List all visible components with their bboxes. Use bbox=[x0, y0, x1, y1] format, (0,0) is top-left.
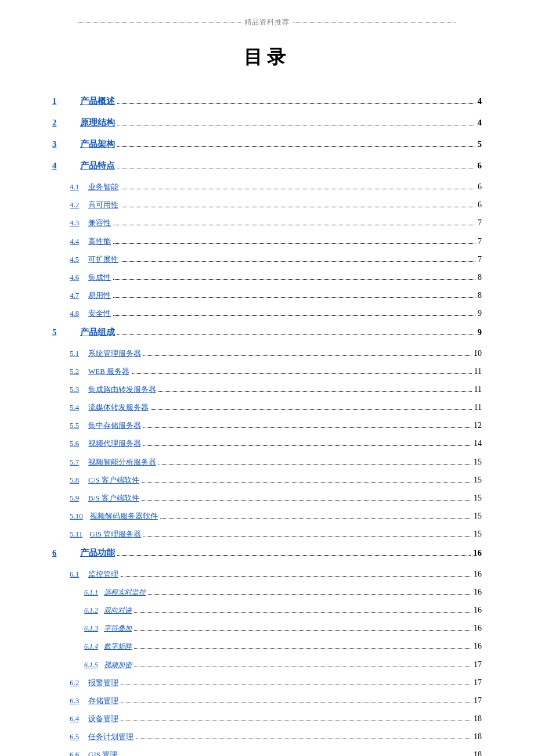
toc-item: 5.8C/S 客户端软件15 bbox=[52, 473, 482, 487]
toc-label[interactable]: 产品架构 bbox=[80, 136, 115, 152]
toc-number-sub[interactable]: 5.4 bbox=[52, 401, 81, 414]
toc-number-sub[interactable]: 4.8 bbox=[52, 307, 81, 320]
toc-item: 6.1.1远程实时监控16 bbox=[52, 585, 482, 599]
toc-number[interactable]: 2 bbox=[52, 115, 73, 131]
toc-number-subsub[interactable]: 6.1.1 bbox=[52, 586, 98, 599]
toc-label-sub[interactable]: 设备管理 bbox=[88, 712, 118, 725]
toc-label-subsub[interactable]: 数字矩阵 bbox=[104, 640, 132, 653]
toc-label[interactable]: 产品功能 bbox=[80, 545, 115, 561]
toc-number-sub[interactable]: 4.5 bbox=[52, 253, 81, 266]
toc-number-sub[interactable]: 6.5 bbox=[52, 730, 81, 743]
toc-label-sub[interactable]: 集成性 bbox=[88, 271, 111, 284]
toc-number-sub[interactable]: 5.5 bbox=[52, 419, 81, 432]
toc-number-sub[interactable]: 6.4 bbox=[52, 712, 81, 725]
toc-label-sub[interactable]: C/S 客户端软件 bbox=[88, 473, 139, 487]
toc-label-sub[interactable]: 报警管理 bbox=[88, 676, 118, 689]
toc-number-subsub[interactable]: 6.1.5 bbox=[52, 659, 98, 672]
toc-number-sub[interactable]: 4.7 bbox=[52, 289, 81, 302]
toc-item: 6.1.5视频加密17 bbox=[52, 657, 482, 672]
toc-label-sub[interactable]: 监控管理 bbox=[88, 567, 118, 581]
header-banner: 精品资料推荐 bbox=[46, 17, 488, 27]
toc-label-subsub[interactable]: 双向对讲 bbox=[104, 604, 132, 617]
toc-number-sub[interactable]: 5.9 bbox=[52, 491, 81, 505]
toc-label-sub[interactable]: 视频代理服务器 bbox=[88, 437, 141, 450]
toc-label-sub[interactable]: 视频智能分析服务器 bbox=[88, 455, 156, 469]
toc-number[interactable]: 4 bbox=[52, 158, 73, 174]
toc-label-sub[interactable]: 系统管理服务器 bbox=[88, 347, 141, 360]
toc-label-sub[interactable]: WEB 服务器 bbox=[88, 365, 129, 378]
toc-label[interactable]: 产品组成 bbox=[80, 325, 115, 340]
toc-label-subsub[interactable]: 视频加密 bbox=[104, 659, 132, 672]
toc-number-sub[interactable]: 4.1 bbox=[52, 180, 81, 193]
toc-number-sub[interactable]: 5.7 bbox=[52, 455, 81, 469]
toc-number-sub[interactable]: 5.2 bbox=[52, 365, 81, 378]
toc-label-sub[interactable]: 存储管理 bbox=[88, 694, 118, 707]
toc-page: 14 bbox=[474, 436, 482, 451]
toc-label-sub[interactable]: 高性能 bbox=[88, 235, 111, 248]
toc-dots bbox=[117, 555, 471, 556]
toc-label[interactable]: 原理结构 bbox=[80, 115, 115, 131]
toc-page: 5 bbox=[478, 136, 482, 152]
toc-number-sub[interactable]: 4.2 bbox=[52, 198, 81, 211]
toc-label-sub[interactable]: 集中存储服务器 bbox=[88, 419, 141, 432]
toc-number[interactable]: 3 bbox=[52, 136, 73, 152]
toc-number[interactable]: 5 bbox=[52, 325, 73, 340]
toc-label-subsub[interactable]: 字符叠加 bbox=[104, 622, 132, 635]
toc-number-sub[interactable]: 6.6 bbox=[52, 748, 81, 756]
toc-number-sub[interactable]: 4.6 bbox=[52, 271, 81, 284]
toc-label-sub[interactable]: 兼容性 bbox=[88, 216, 111, 229]
toc-label-sub[interactable]: B/S 客户端软件 bbox=[88, 491, 139, 505]
toc-number-subsub[interactable]: 6.1.2 bbox=[52, 604, 98, 617]
toc-label-subsub[interactable]: 远程实时监控 bbox=[104, 586, 146, 599]
toc-number-sub[interactable]: 5.3 bbox=[52, 383, 81, 396]
toc-item: 4.5可扩展性7 bbox=[52, 252, 482, 267]
toc-item: 5.3集成路由转发服务器11 bbox=[52, 382, 482, 397]
toc-number-sub[interactable]: 4.4 bbox=[52, 235, 81, 248]
toc-item: 6.1.4数字矩阵16 bbox=[52, 639, 482, 653]
toc-label-sub[interactable]: 任务计划管理 bbox=[88, 730, 134, 743]
toc-number[interactable]: 1 bbox=[52, 93, 73, 109]
toc-item: 5.7视频智能分析服务器15 bbox=[52, 455, 482, 469]
toc-page: 7 bbox=[478, 252, 482, 267]
toc-label-sub[interactable]: 视频解码服务器软件 bbox=[90, 509, 158, 523]
toc-number-sub[interactable]: 4.3 bbox=[52, 216, 81, 229]
toc-item: 6产品功能16 bbox=[52, 545, 482, 561]
toc-number-sub[interactable]: 6.2 bbox=[52, 676, 81, 689]
toc-dots bbox=[117, 146, 475, 147]
toc-label-sub[interactable]: 业务智能 bbox=[88, 180, 118, 193]
toc-item: 1产品概述4 bbox=[52, 93, 482, 109]
toc-number-sub[interactable]: 6.1 bbox=[52, 567, 81, 581]
toc-label-sub[interactable]: GIS 管理 bbox=[88, 748, 117, 756]
toc-label-sub[interactable]: 安全性 bbox=[88, 307, 111, 320]
toc-page: 17 bbox=[474, 693, 482, 708]
toc-label-sub[interactable]: 易用性 bbox=[88, 289, 111, 302]
toc-number[interactable]: 6 bbox=[52, 545, 73, 561]
toc-label[interactable]: 产品概述 bbox=[80, 93, 115, 109]
toc-number-sub[interactable]: 5.8 bbox=[52, 473, 81, 487]
toc-label-sub[interactable]: 可扩展性 bbox=[88, 253, 118, 266]
toc-number-sub[interactable]: 6.3 bbox=[52, 694, 81, 707]
toc-item: 4产品特点6 bbox=[52, 158, 482, 174]
toc-page: 16 bbox=[474, 621, 482, 635]
toc-number-sub[interactable]: 5.6 bbox=[52, 437, 81, 450]
toc-number-sub[interactable]: 5.1 bbox=[52, 347, 81, 360]
toc-label[interactable]: 产品特点 bbox=[80, 158, 115, 174]
toc-item: 5产品组成9 bbox=[52, 325, 482, 340]
toc-label-sub[interactable]: 流媒体转发服务器 bbox=[88, 401, 149, 414]
toc-dots bbox=[143, 445, 471, 446]
toc-dots bbox=[113, 297, 475, 298]
toc-dots bbox=[148, 594, 471, 595]
toc-dots bbox=[142, 500, 471, 501]
toc-label-sub[interactable]: 集成路由转发服务器 bbox=[88, 383, 156, 396]
toc-number-subsub[interactable]: 6.1.4 bbox=[52, 640, 98, 653]
toc-label-sub[interactable]: GIS 管理服务器 bbox=[89, 527, 141, 541]
toc-number-subsub[interactable]: 6.1.3 bbox=[52, 622, 98, 635]
toc-dots bbox=[136, 739, 471, 739]
toc-page: 11 bbox=[474, 400, 482, 415]
toc-dots bbox=[143, 355, 471, 356]
toc-number-sub[interactable]: 5.11 bbox=[52, 527, 82, 541]
toc-page: 8 bbox=[478, 288, 482, 303]
toc-label-sub[interactable]: 高可用性 bbox=[88, 198, 118, 211]
toc-number-sub[interactable]: 5.10 bbox=[52, 509, 83, 523]
toc-dots bbox=[132, 373, 471, 374]
